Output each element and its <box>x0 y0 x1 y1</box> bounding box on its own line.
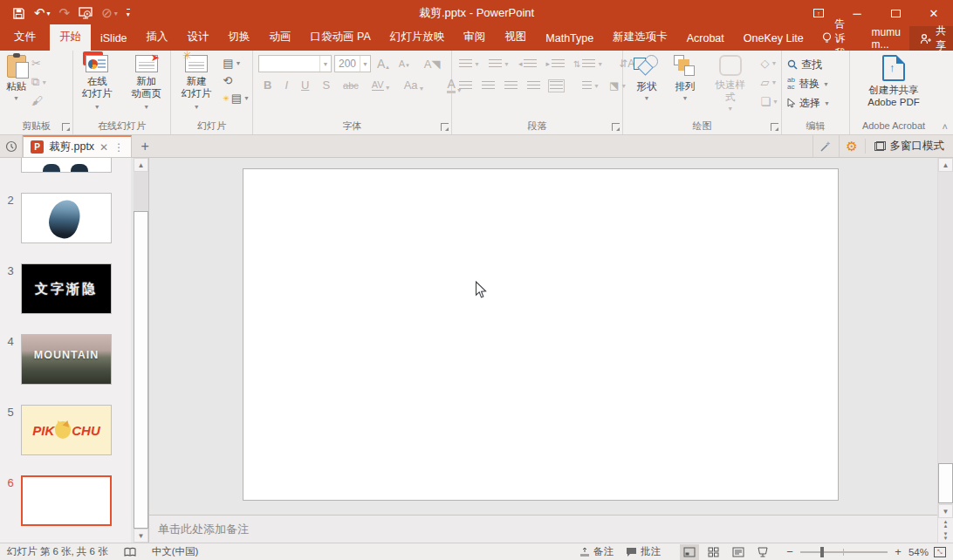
new-document-tab-icon[interactable]: + <box>132 135 158 157</box>
slide-4-thumbnail[interactable]: MOUNTAIN <box>21 334 112 385</box>
tab-insert[interactable]: 插入 <box>137 24 178 51</box>
slide-6-thumbnail[interactable] <box>21 475 112 526</box>
slide-2-thumbnail[interactable] <box>21 193 112 243</box>
paragraph-dialog-launcher-icon[interactable] <box>612 123 620 131</box>
zoom-in-icon[interactable]: + <box>893 545 903 558</box>
shapes-button[interactable]: 形状 ▼ <box>630 53 663 119</box>
slideshow-view-button[interactable] <box>753 544 772 560</box>
slide-canvas[interactable] <box>243 168 839 501</box>
tab-mathtype[interactable]: MathType <box>536 27 603 51</box>
replace-button[interactable]: abac 替换 ▼ <box>787 75 849 92</box>
tab-islide[interactable]: iSlide <box>91 27 137 51</box>
tab-close-icon[interactable]: ✕ <box>99 141 108 154</box>
scroll-thumb[interactable] <box>938 463 953 503</box>
thumb-scroll-down-icon[interactable]: ▼ <box>134 529 148 543</box>
slide-1-thumbnail[interactable] <box>21 158 112 173</box>
collapse-ribbon-icon[interactable]: ˄ <box>943 121 948 132</box>
tab-new-tab[interactable]: 新建选项卡 <box>603 24 677 51</box>
slide-5-thumbnail[interactable]: PIK CHU <box>21 405 112 455</box>
thumbnail-slide-4[interactable]: 4 MOUNTAIN <box>0 334 131 385</box>
close-icon[interactable]: ✕ <box>915 0 953 26</box>
tell-me-box[interactable]: 告诉我... <box>813 26 863 51</box>
customize-qat-icon[interactable]: ▾ <box>127 9 130 18</box>
tab-animations[interactable]: 动画 <box>260 24 301 51</box>
share-button[interactable]: 共享 <box>909 26 953 51</box>
thumb-scroll-up-icon[interactable]: ▲ <box>134 158 148 172</box>
thumb-scroll-track[interactable] <box>134 172 148 529</box>
clipboard-dialog-launcher-icon[interactable] <box>62 123 70 131</box>
thumbnail-slide-1[interactable] <box>0 158 131 173</box>
document-history-icon[interactable] <box>0 135 23 157</box>
settings-gear-icon[interactable]: ⚙ <box>839 135 865 157</box>
new-slide-button[interactable]: ✳ 新建 幻灯片 ▼ <box>174 53 219 119</box>
tab-home[interactable]: 开始 <box>50 24 91 51</box>
scroll-track[interactable] <box>938 172 953 504</box>
font-name-combo[interactable]: ▼ <box>258 55 332 72</box>
multi-window-mode-button[interactable]: 多窗口模式 <box>865 139 953 154</box>
shapes-dropdown-icon[interactable]: ▼ <box>644 92 650 105</box>
slide-layout-icon[interactable]: ▤▼ <box>223 57 250 70</box>
replace-dropdown-icon[interactable]: ▼ <box>823 81 829 87</box>
new-animation-page-button[interactable]: ➤ 新加 动画页 ▼ <box>126 53 168 119</box>
create-share-adobe-pdf-button[interactable]: 创建并共享 Adobe PDF <box>864 53 922 119</box>
zoom-slider-thumb[interactable] <box>820 547 824 557</box>
font-size-dropdown-icon[interactable]: ▼ <box>360 56 370 72</box>
tab-file[interactable]: 文件 <box>0 24 50 51</box>
ribbon-display-options-icon[interactable]: ↑ <box>799 0 838 26</box>
document-tab-active[interactable]: P 裁剪.pptx ✕ ⋮ <box>23 135 132 157</box>
slide-counter[interactable]: 幻灯片 第 6 张, 共 6 张 <box>7 545 108 558</box>
font-name-dropdown-icon[interactable]: ▼ <box>319 56 331 72</box>
undo-dropdown-icon[interactable]: ▾ <box>47 10 51 17</box>
thumbnail-slide-2[interactable]: 2 <box>0 193 131 243</box>
select-dropdown-icon[interactable]: ▼ <box>824 100 830 106</box>
save-icon[interactable] <box>12 7 25 20</box>
main-vertical-scrollbar[interactable]: ▲ ▼ ▲▲ ▼▼ <box>937 158 953 543</box>
paste-button[interactable]: 粘贴 ▼ <box>3 53 30 119</box>
slide-3-thumbnail[interactable]: 文字渐隐 <box>21 263 112 314</box>
tab-pocket-animation[interactable]: 口袋动画 PA <box>301 24 381 51</box>
thumb-scroll-thumb[interactable] <box>134 211 148 529</box>
paste-dropdown-icon[interactable]: ▼ <box>13 92 19 105</box>
reset-slide-icon[interactable]: ⟲ <box>223 74 250 87</box>
arrange-button[interactable]: 排列 ▼ <box>670 53 700 119</box>
tab-slideshow[interactable]: 幻灯片放映 <box>381 24 455 51</box>
drawing-dialog-launcher-icon[interactable] <box>771 123 778 131</box>
tab-review[interactable]: 审阅 <box>454 24 495 51</box>
maximize-icon[interactable] <box>876 0 915 26</box>
comments-toggle-button[interactable]: 批注 <box>626 545 661 558</box>
undo-button[interactable]: ↶▾ <box>34 5 51 21</box>
tab-transitions[interactable]: 切换 <box>219 24 260 51</box>
font-dialog-launcher-icon[interactable] <box>441 123 449 131</box>
online-slides-button[interactable]: HOT 在线 幻灯片 ▼ <box>76 53 119 119</box>
tab-onekey-lite[interactable]: OneKey Lite <box>734 27 813 51</box>
find-button[interactable]: 查找 <box>787 56 849 73</box>
section-icon[interactable]: ✳▤▼ <box>223 92 250 105</box>
start-slideshow-icon[interactable] <box>79 7 93 20</box>
notes-pane[interactable]: 单击此处添加备注 <box>149 515 937 543</box>
thumbnail-slide-3[interactable]: 3 文字渐隐 <box>0 263 131 314</box>
zoom-out-icon[interactable]: − <box>785 545 795 558</box>
previous-slide-button[interactable]: ▲▲ <box>938 518 953 530</box>
tab-design[interactable]: 设计 <box>178 24 219 51</box>
tab-more-icon[interactable]: ⋮ <box>113 141 124 154</box>
thumbnail-slide-5[interactable]: 5 PIK CHU <box>0 405 131 455</box>
arrange-dropdown-icon[interactable]: ▼ <box>682 92 689 105</box>
scroll-up-icon[interactable]: ▲ <box>938 158 953 172</box>
zoom-slider[interactable] <box>800 551 888 553</box>
scroll-down-icon[interactable]: ▼ <box>938 504 953 518</box>
tab-view[interactable]: 视图 <box>495 24 536 51</box>
account-name[interactable]: mumu m... <box>863 26 909 51</box>
slide-sorter-view-button[interactable] <box>704 544 723 560</box>
zoom-percentage[interactable]: 54% <box>908 547 929 557</box>
font-size-combo[interactable]: 200 ▼ <box>334 55 371 72</box>
thumbnail-slide-6[interactable]: 6 <box>0 475 131 526</box>
notes-toggle-button[interactable]: 备注 <box>579 545 614 558</box>
tab-acrobat[interactable]: Acrobat <box>677 27 734 51</box>
fit-slide-to-window-icon[interactable]: ⤡ <box>934 547 946 557</box>
language-indicator[interactable]: 中文(中国) <box>152 545 199 558</box>
normal-view-button[interactable] <box>680 544 699 560</box>
reading-view-button[interactable] <box>729 544 748 560</box>
select-button[interactable]: 选择 ▼ <box>787 94 849 112</box>
next-slide-button[interactable]: ▼▼ <box>938 530 953 543</box>
thumbnail-scrollbar[interactable]: ▲ ▼ <box>134 158 148 543</box>
